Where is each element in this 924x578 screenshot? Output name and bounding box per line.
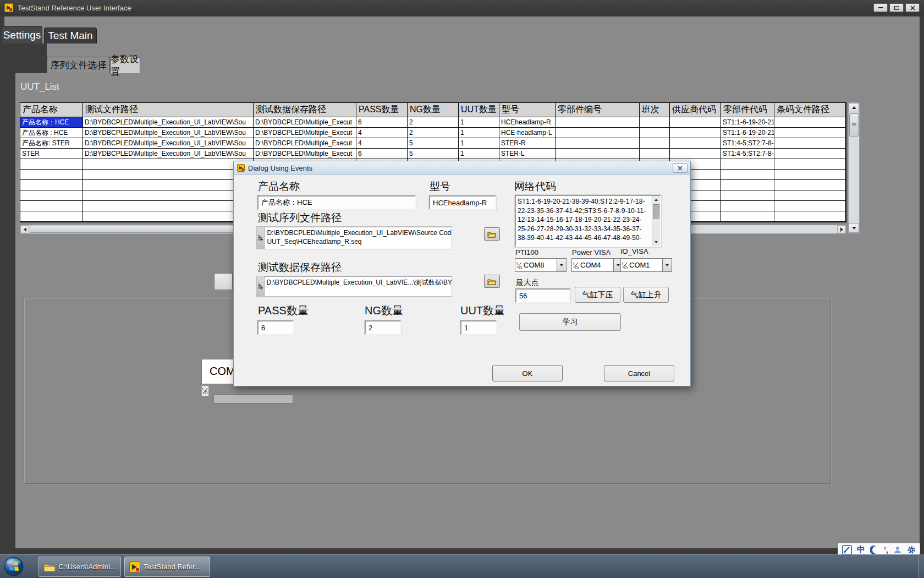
table-cell[interactable]: ST1:4-5;ST2:7-8-24 (721, 138, 774, 149)
ime-chinese-mode-indicator[interactable]: 中 (857, 544, 865, 555)
table-cell[interactable]: 1 (459, 138, 499, 149)
table-cell[interactable]: ST1:1-6-19-20-21- (721, 128, 774, 138)
table-cell[interactable] (774, 128, 846, 138)
table-cell[interactable]: STER-R (499, 138, 556, 149)
table-cell[interactable] (20, 190, 83, 201)
horizontal-scroll-thumb[interactable] (30, 226, 250, 233)
column-header[interactable]: 型号 (499, 103, 556, 117)
table-cell[interactable] (20, 170, 83, 180)
ime-input-style-icon[interactable] (842, 545, 852, 555)
power-visa-combo[interactable]: IO COM4 (571, 258, 623, 272)
column-header[interactable]: 班次 (640, 103, 670, 117)
table-cell[interactable] (774, 190, 846, 201)
table-cell[interactable] (721, 180, 774, 190)
table-cell[interactable] (774, 211, 846, 222)
scroll-right-button[interactable] (837, 225, 846, 233)
table-cell[interactable] (721, 190, 774, 201)
taskbar-item-explorer[interactable]: C:\Users\Admini... (38, 557, 121, 577)
table-cell[interactable]: STER-L (499, 149, 556, 159)
minimize-button[interactable] (873, 3, 888, 12)
table-cell[interactable]: 1 (459, 117, 499, 128)
table-cell[interactable] (670, 149, 721, 159)
table-cell[interactable]: 产品名称：HCE (20, 117, 83, 128)
seq-path-control[interactable]: D:\BYDBCPLED\Multiple_Execution_UI_LabVI… (256, 226, 452, 249)
data-path-control[interactable]: D:\BYDBCPLED\Multiple_Execution_UI_LabVI… (256, 276, 452, 297)
tab-sequence-file-select[interactable]: 序列文件选择 (47, 57, 110, 73)
table-cell[interactable] (20, 211, 83, 222)
table-cell[interactable] (774, 138, 846, 149)
partial-hidden-button[interactable] (214, 273, 233, 290)
table-cell[interactable] (556, 117, 640, 128)
column-header[interactable]: 供应商代码 (670, 103, 721, 117)
dialog-close-button[interactable] (673, 163, 688, 173)
table-cell[interactable]: D:\BYDBCPLED\Multiple_Execution_UI_LabVI… (83, 138, 254, 149)
start-button[interactable] (3, 556, 24, 577)
table-cell[interactable] (556, 149, 640, 159)
model-field[interactable]: HCEheadlamp-R (429, 195, 496, 210)
table-cell[interactable] (774, 180, 846, 190)
taskbar-item-teststand[interactable]: TestStand Refer... (124, 557, 210, 577)
column-header[interactable]: 零部件编号 (556, 103, 640, 117)
scroll-up-button[interactable] (849, 103, 859, 112)
table-cell[interactable] (640, 138, 670, 149)
ime-settings-gear-icon[interactable] (907, 546, 916, 554)
product-name-field[interactable]: 产品名称：HCE (257, 195, 416, 210)
seq-path-browse-button[interactable] (484, 227, 500, 241)
table-cell[interactable]: D:\BYDBCPLED\Multiple_Execution_UI_LabVI… (83, 128, 254, 138)
close-button[interactable] (905, 3, 920, 12)
table-cell[interactable] (640, 128, 670, 138)
table-cell[interactable] (774, 117, 846, 128)
table-cell[interactable] (670, 117, 721, 128)
table-cell[interactable] (721, 170, 774, 180)
ng-count-field[interactable]: 2 (365, 320, 401, 335)
network-code-field[interactable]: ST1:1-6-19-20-21-38-39-40;ST2:2-9-17-18-… (515, 195, 661, 247)
table-cell[interactable] (83, 180, 254, 190)
uut-count-field[interactable]: 1 (460, 320, 497, 335)
io-visa-dropdown-button[interactable] (662, 259, 672, 271)
scroll-left-button[interactable] (20, 225, 29, 233)
pti100-combo[interactable]: IO COM8 (515, 258, 566, 272)
table-cell[interactable] (83, 211, 254, 222)
ime-fullwidth-moon-icon[interactable] (870, 546, 879, 554)
column-header[interactable]: PASS数量 (356, 103, 408, 117)
table-cell[interactable] (670, 128, 721, 138)
column-header[interactable]: UUT数量 (459, 103, 499, 117)
table-cell[interactable]: 2 (408, 128, 459, 138)
cylinder-up-button[interactable]: 气缸上升 (623, 287, 669, 303)
cancel-button[interactable]: Cancel (604, 365, 674, 381)
table-cell[interactable] (83, 159, 254, 170)
table-cell[interactable]: D:\BYDBCPLED\Multiple_Execut (254, 149, 356, 159)
restore-button[interactable] (889, 3, 904, 12)
table-cell[interactable]: ST1:1-6-19-20-21- (721, 117, 774, 128)
column-header[interactable]: 产品名称 (20, 103, 83, 117)
table-cell[interactable] (556, 128, 640, 138)
tab-settings[interactable]: Settings (2, 26, 42, 43)
learn-button[interactable]: 学习 (519, 313, 621, 331)
table-cell[interactable] (83, 170, 254, 180)
show-desktop-button[interactable] (919, 554, 924, 578)
ime-user-icon[interactable] (893, 546, 902, 554)
vertical-scroll-thumb[interactable] (849, 113, 859, 137)
table-cell[interactable]: 产品名称 : HCE (20, 128, 83, 138)
io-visa-combo[interactable]: IO COM1 (620, 258, 672, 272)
column-header[interactable]: 测试数据保存路径 (254, 103, 356, 117)
table-cell[interactable]: HCEheadlamp-R (499, 117, 556, 128)
network-scrollbar[interactable] (652, 196, 660, 246)
dialog-titlebar[interactable]: Dialog Using Events (234, 161, 690, 175)
table-cell[interactable]: 2 (408, 117, 459, 128)
table-cell[interactable]: 4 (356, 128, 408, 138)
network-scroll-thumb[interactable] (653, 204, 659, 219)
table-cell[interactable]: STER (20, 149, 83, 159)
table-cell[interactable] (640, 117, 670, 128)
table-cell[interactable] (556, 138, 640, 149)
table-cell[interactable]: D:\BYDBCPLED\Multiple_Execut (254, 128, 356, 138)
table-cell[interactable]: 产品名称: STER (20, 138, 83, 149)
table-cell[interactable] (774, 159, 846, 170)
pass-count-field[interactable]: 6 (257, 320, 294, 335)
table-cell[interactable] (20, 180, 83, 190)
column-header[interactable]: 零部件代码 (721, 103, 774, 117)
data-path-browse-button[interactable] (484, 275, 500, 288)
table-cell[interactable]: 4 (356, 138, 408, 149)
table-cell[interactable] (20, 201, 83, 211)
table-vertical-scrollbar[interactable] (848, 102, 860, 233)
